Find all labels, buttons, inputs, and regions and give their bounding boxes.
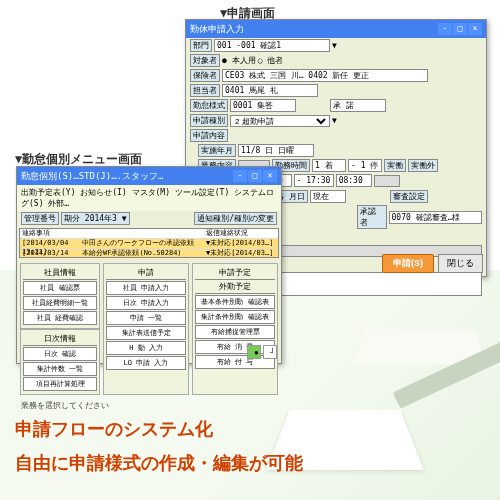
- label: 申請内容: [190, 129, 228, 142]
- titlebar[interactable]: 勤怠個別(S)…STD(J)….スタッフ… - □ ×: [17, 167, 281, 185]
- close-button[interactable]: 閉じる: [438, 254, 483, 273]
- dept-field[interactable]: 001 -001 確認1: [214, 39, 330, 52]
- table-row[interactable]: [2014/03/04 13:21]中田さんのワークフローの承認依頼▼未対応[2…: [20, 239, 278, 249]
- maximize-icon[interactable]: □: [248, 170, 262, 182]
- field[interactable]: 0001 集答: [230, 99, 296, 112]
- panel-apply: 申請 社員 申請入力 日次 申請入力 申請 一覧 集計表送信予定 H 動 入力 …: [103, 263, 189, 395]
- minimize-icon[interactable]: -: [438, 23, 452, 35]
- menu-button[interactable]: 申請 一覧: [106, 311, 186, 325]
- menu-button[interactable]: 項目再計算処理: [23, 377, 97, 391]
- menu-button[interactable]: 有給捕捉管理票: [195, 325, 275, 339]
- menu-button[interactable]: 社員 申請入力: [106, 281, 186, 295]
- label: 対象者: [190, 54, 220, 67]
- menu-button[interactable]: 日次 確認: [23, 347, 97, 361]
- panel-daily: 日次情報 日次 確認 集計件数 一覧 項目再計算処理: [20, 329, 100, 395]
- menu-button[interactable]: 基本条件別勤 確認表: [195, 295, 275, 309]
- maximize-icon[interactable]: □: [453, 23, 467, 35]
- minimize-icon[interactable]: -: [233, 170, 247, 182]
- close-icon[interactable]: ×: [263, 170, 277, 182]
- green-icon[interactable]: ●: [247, 345, 261, 359]
- label: 申請種別: [190, 114, 228, 127]
- exit-icon[interactable]: ┘: [263, 345, 277, 359]
- date-field[interactable]: 11/8 日 日曜: [238, 144, 314, 157]
- field[interactable]: 承 諾: [330, 99, 386, 112]
- window-title: 勤休申請入力: [190, 23, 244, 36]
- menubar[interactable]: 出勤予定表(Y) お知らせ(I) マスタ(M) ツール設定(T) システムログ(…: [17, 185, 281, 211]
- label: 担当者: [190, 84, 220, 97]
- panel-emp: 社員情報 社員 確認票 社員経費明細一覧 社員 経費確認: [20, 263, 100, 329]
- menu-window: 勤怠個別(S)…STD(J)….スタッフ… - □ × 出勤予定表(Y) お知ら…: [16, 166, 282, 364]
- menu-button[interactable]: 集計件数 一覧: [23, 362, 97, 376]
- menu-button[interactable]: 集計表送信予定: [106, 326, 186, 340]
- menu-button[interactable]: 日次 申請入力: [106, 296, 186, 310]
- label: 部門: [190, 39, 212, 52]
- panel-plan: 申請予定 外勤予定 基本条件別勤 確認表 集計条件別勤 確認表 有給捕捉管理票 …: [192, 263, 278, 395]
- field[interactable]: CE03 株式 三国 川… 0402 新任 更正: [222, 69, 428, 82]
- menu-button[interactable]: 社員 確認票: [23, 281, 97, 295]
- apply-button[interactable]: 申請(S): [382, 254, 434, 273]
- close-icon[interactable]: ×: [468, 23, 482, 35]
- notice-list[interactable]: 連絡事項返信連絡状況 [2014/03/04 13:21]中田さんのワークフロー…: [19, 228, 279, 258]
- field[interactable]: 0401 馬尾 礼: [222, 84, 318, 97]
- menu-button[interactable]: 社員経費明細一覧: [23, 296, 97, 310]
- window-title: 勤怠個別(S)…STD(J)….スタッフ…: [21, 170, 163, 183]
- radio-self[interactable]: ● 本人用: [222, 55, 256, 66]
- label: 勤怠様式: [190, 99, 228, 112]
- menu-button[interactable]: LO 申請 入力: [106, 356, 186, 370]
- table-row[interactable]: [2014/03/14 14:51]本給分WF承認依頼(No.50284)▼未対…: [20, 249, 278, 258]
- menu-button[interactable]: 社員 経費確認: [23, 311, 97, 325]
- label: 実施年月: [198, 144, 236, 157]
- apply-type-select[interactable]: 2 超勤申請: [230, 115, 330, 127]
- radio-other[interactable]: ○ 他者: [258, 55, 284, 66]
- caption-line-2: 自由に申請様式の作成・編集が可能: [15, 451, 303, 475]
- menu-button[interactable]: 集計条件別勤 確認表: [195, 310, 275, 324]
- menu-button[interactable]: H 動 入力: [106, 341, 186, 355]
- status-bar: 業務を選択してください: [17, 398, 281, 413]
- table-header: 連絡事項返信連絡状況: [20, 229, 278, 239]
- caption-line-1: 申請フローのシステム化: [15, 417, 303, 441]
- label: 保険者: [190, 69, 220, 82]
- titlebar[interactable]: 勤休申請入力 - □ ×: [186, 20, 486, 38]
